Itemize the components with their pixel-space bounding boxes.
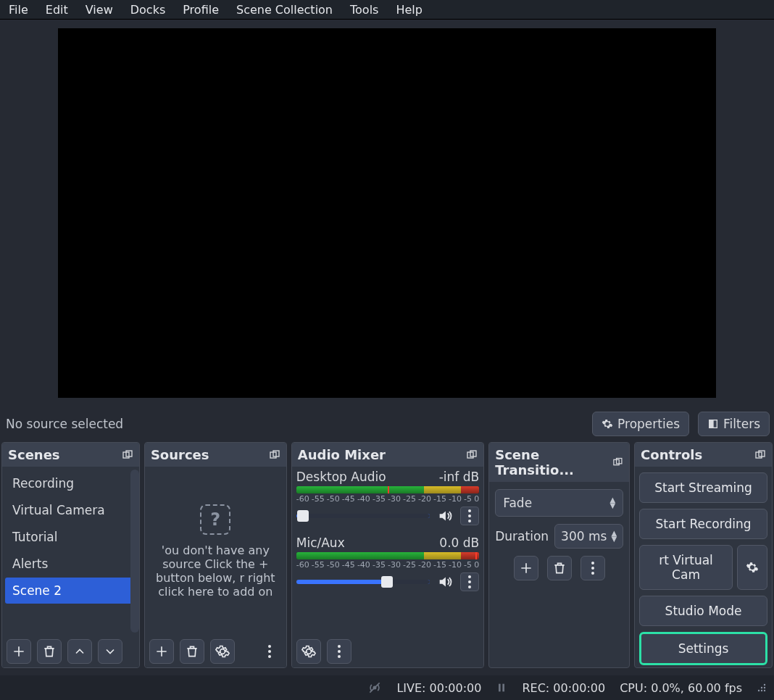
gear-icon xyxy=(215,644,230,659)
duration-label: Duration xyxy=(495,529,549,543)
filters-icon xyxy=(707,418,719,430)
speaker-icon xyxy=(437,508,453,524)
menu-edit[interactable]: Edit xyxy=(40,1,74,18)
transition-menu-button[interactable] xyxy=(580,556,605,580)
popout-icon[interactable] xyxy=(122,449,133,461)
popout-icon[interactable] xyxy=(754,449,766,461)
mixer-title: Audio Mixer xyxy=(298,447,386,462)
controls-dock: Controls Start Streaming Start Recording… xyxy=(634,442,773,668)
mute-button[interactable] xyxy=(436,572,454,591)
speaker-icon xyxy=(437,574,453,590)
sources-empty-state: ? 'ou don't have any source Click the + … xyxy=(145,467,286,636)
scene-item[interactable]: Alerts xyxy=(5,551,136,577)
start-recording-button[interactable]: Start Recording xyxy=(639,509,767,539)
settings-button[interactable]: Settings xyxy=(639,632,767,665)
volume-slider[interactable] xyxy=(296,514,430,518)
menu-view[interactable]: View xyxy=(80,1,119,18)
svg-point-25 xyxy=(758,690,760,691)
controls-body: Start Streaming Start Recording rt Virtu… xyxy=(635,467,772,667)
remove-scene-button[interactable] xyxy=(37,639,62,664)
scene-item[interactable]: Tutorial xyxy=(5,524,136,550)
mute-button[interactable] xyxy=(436,507,454,525)
menu-help[interactable]: Help xyxy=(390,1,428,18)
mixer-channel: Mic/Aux0.0 dB -60-55-50-45-40-35-30-25-2… xyxy=(296,536,479,591)
duration-value: 300 ms xyxy=(561,529,607,543)
sources-header: Sources xyxy=(145,443,286,467)
placeholder-icon: ? xyxy=(200,504,230,535)
svg-point-23 xyxy=(761,687,762,688)
mixer-body: Desktop Audio-inf dB -60-55-50-45-40-35-… xyxy=(292,467,483,636)
mixer-toolbar xyxy=(292,636,483,667)
start-virtual-cam-button[interactable]: rt Virtual Cam xyxy=(639,545,733,590)
channel-level: 0.0 dB xyxy=(439,536,479,550)
menu-tools[interactable]: Tools xyxy=(344,1,384,18)
scene-item[interactable]: Scene 2 xyxy=(5,578,136,604)
svg-point-24 xyxy=(764,687,765,688)
docks-row: Scenes RecordingVirtual CameraTutorialAl… xyxy=(0,442,774,668)
add-source-button[interactable] xyxy=(149,639,174,664)
remove-source-button[interactable] xyxy=(180,639,204,664)
add-transition-button[interactable] xyxy=(514,556,538,580)
advanced-audio-button[interactable] xyxy=(296,639,321,664)
menu-docks[interactable]: Docks xyxy=(125,1,172,18)
preview-canvas[interactable] xyxy=(58,28,716,398)
sources-dock: Sources ? 'ou don't have any source Clic… xyxy=(144,442,287,668)
volume-slider[interactable] xyxy=(296,580,430,584)
kebab-icon xyxy=(468,509,471,522)
scene-item[interactable]: Virtual Camera xyxy=(5,497,136,523)
svg-point-26 xyxy=(761,690,762,691)
audio-meter xyxy=(296,486,479,493)
menu-profile[interactable]: Profile xyxy=(177,1,225,18)
pause-icon xyxy=(496,682,507,693)
source-properties-button[interactable] xyxy=(210,639,235,664)
scrollbar[interactable] xyxy=(130,470,139,633)
add-scene-button[interactable] xyxy=(7,639,31,664)
transition-select[interactable]: Fade ▲▼ xyxy=(495,489,623,517)
svg-point-27 xyxy=(764,690,765,691)
svg-rect-1 xyxy=(710,420,713,428)
virtual-cam-settings-button[interactable] xyxy=(737,545,767,590)
svg-rect-20 xyxy=(499,684,501,692)
menu-file[interactable]: File xyxy=(3,1,34,18)
source-context-bar: No source selected Properties Filters xyxy=(0,406,774,442)
scene-item[interactable]: Recording xyxy=(5,470,136,496)
menu-scene-collection[interactable]: Scene Collection xyxy=(230,1,338,18)
svg-point-22 xyxy=(764,684,765,686)
plus-icon xyxy=(154,644,169,659)
channel-level: -inf dB xyxy=(439,470,479,484)
transitions-body: Fade ▲▼ Duration 300 ms ▲▼ xyxy=(489,482,629,667)
remove-transition-button[interactable] xyxy=(547,556,572,580)
svg-rect-21 xyxy=(503,684,505,692)
popout-icon[interactable] xyxy=(612,457,623,468)
duration-input[interactable]: 300 ms ▲▼ xyxy=(554,524,623,549)
kebab-icon xyxy=(268,645,271,658)
start-streaming-button[interactable]: Start Streaming xyxy=(639,472,767,503)
popout-icon[interactable] xyxy=(269,449,280,461)
chevron-up-icon xyxy=(72,644,87,659)
duration-row: Duration 300 ms ▲▼ xyxy=(495,524,623,549)
filters-button[interactable]: Filters xyxy=(698,412,770,436)
popout-icon[interactable] xyxy=(466,449,478,461)
resize-grip-icon[interactable] xyxy=(757,683,767,693)
source-menu-button[interactable] xyxy=(257,639,282,664)
mixer-menu-button[interactable] xyxy=(327,639,351,664)
sources-body[interactable]: ? 'ou don't have any source Click the + … xyxy=(145,467,286,636)
updown-icon: ▲▼ xyxy=(611,530,617,542)
transitions-title: Scene Transitio... xyxy=(495,447,612,478)
kebab-icon xyxy=(468,575,471,588)
status-rec: REC: 00:00:00 xyxy=(522,681,605,695)
scene-list: RecordingVirtual CameraTutorialAlertsSce… xyxy=(2,467,139,607)
trash-icon xyxy=(552,561,567,575)
broadcast-icon xyxy=(367,680,382,695)
status-cpu: CPU: 0.0%, 60.00 fps xyxy=(620,681,742,695)
transition-buttons xyxy=(495,556,623,580)
move-scene-down-button[interactable] xyxy=(98,639,122,664)
sources-empty-text: 'ou don't have any source Click the + bu… xyxy=(148,543,283,599)
channel-menu-button[interactable] xyxy=(460,507,479,525)
channel-menu-button[interactable] xyxy=(460,572,479,591)
move-scene-up-button[interactable] xyxy=(67,639,92,664)
studio-mode-button[interactable]: Studio Mode xyxy=(639,596,767,626)
properties-button[interactable]: Properties xyxy=(592,412,689,436)
gear-icon xyxy=(746,561,759,574)
channel-name: Desktop Audio xyxy=(296,470,386,484)
